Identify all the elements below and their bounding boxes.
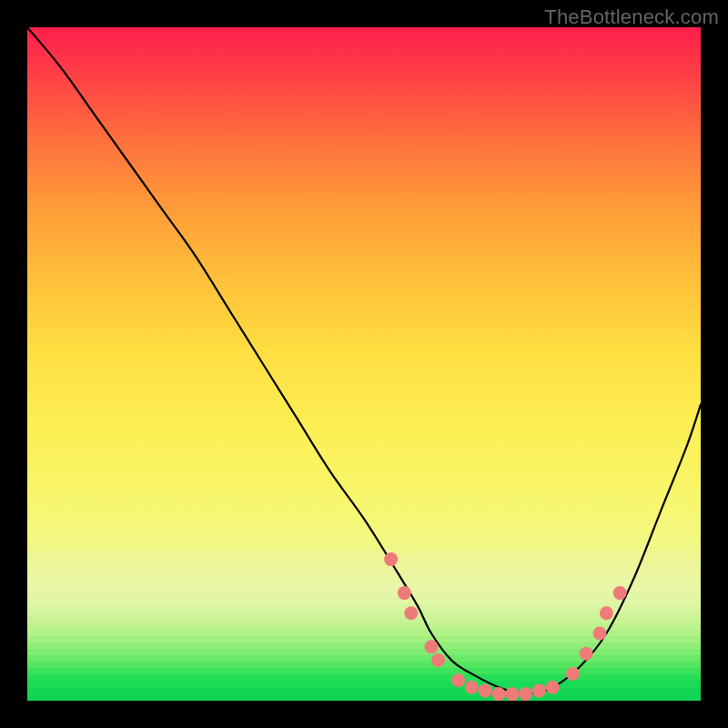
curve-marker xyxy=(613,586,627,600)
curve-svg xyxy=(27,27,701,701)
curve-marker xyxy=(532,683,546,697)
curve-marker xyxy=(451,673,465,687)
curve-marker xyxy=(465,681,479,694)
curve-marker xyxy=(519,687,532,701)
curve-marker xyxy=(404,606,418,620)
curve-marker xyxy=(580,647,593,661)
curve-marker xyxy=(505,687,519,701)
curve-marker xyxy=(566,667,580,681)
curve-markers xyxy=(384,552,627,701)
curve-marker xyxy=(384,552,398,566)
curve-marker xyxy=(593,627,607,641)
watermark-text: TheBottleneck.com xyxy=(544,5,719,29)
curve-marker xyxy=(398,586,411,600)
curve-marker xyxy=(600,606,613,620)
plot-area xyxy=(27,27,701,701)
curve-marker xyxy=(479,683,492,697)
curve-marker xyxy=(492,687,506,701)
chart-frame: TheBottleneck.com xyxy=(0,0,728,728)
curve-marker xyxy=(431,653,445,667)
curve-marker xyxy=(425,640,439,653)
bottleneck-curve xyxy=(27,27,701,694)
curve-marker xyxy=(546,681,560,694)
